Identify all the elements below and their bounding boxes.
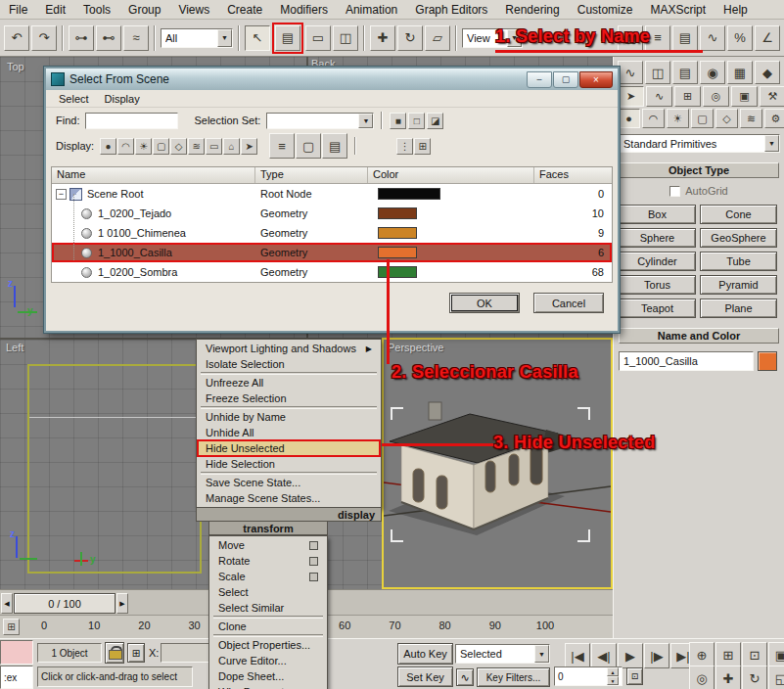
display-shapes-icon[interactable]: ◠ xyxy=(117,138,134,155)
maximize-viewport-icon[interactable]: ◱ xyxy=(768,666,784,689)
settings-box-icon[interactable] xyxy=(309,557,318,566)
menu-help[interactable]: Help xyxy=(715,3,757,17)
display-xrefs-icon[interactable]: ⌂ xyxy=(223,138,240,155)
space-warps-category-icon[interactable]: ≋ xyxy=(740,109,762,128)
autogrid-checkbox[interactable] xyxy=(669,186,680,197)
key-selection-dropdown[interactable]: Selected ▼ xyxy=(455,644,550,664)
object-name-input[interactable]: 1_1000_Casilla xyxy=(619,351,754,371)
go-to-start-icon[interactable]: |◀ xyxy=(565,643,590,668)
shapes-category-icon[interactable]: ◠ xyxy=(642,109,665,128)
modify-tab-icon[interactable]: ∿ xyxy=(646,86,672,107)
chevron-down-icon[interactable]: ▼ xyxy=(217,29,232,47)
percent-snap-icon[interactable]: % xyxy=(727,25,753,51)
show-hierarchy-icon[interactable]: ⊞ xyxy=(414,138,431,155)
table-row[interactable]: −Scene RootRoot Node0 xyxy=(52,184,612,204)
table-row[interactable]: 1_0200_TejadoGeometry10 xyxy=(52,204,612,223)
zoom-extents-icon[interactable]: ⊡ xyxy=(742,642,767,667)
dialog-menu-display[interactable]: Display xyxy=(97,93,148,105)
menu-graph-editors[interactable]: Graph Editors xyxy=(406,3,496,17)
select-invert-icon[interactable]: ◪ xyxy=(427,113,443,129)
time-slider-prev-icon[interactable]: ◀ xyxy=(1,593,13,614)
selection-filter-dropdown[interactable]: All ▼ xyxy=(161,28,233,48)
unlink-selection-icon[interactable]: ⊷ xyxy=(96,25,121,51)
zoom-all-icon[interactable]: ⊞ xyxy=(715,642,741,667)
field-of-view-icon[interactable]: ◎ xyxy=(689,666,715,689)
display-geometry-icon[interactable]: ● xyxy=(100,138,116,155)
select-by-name-icon[interactable]: ▤ xyxy=(275,25,300,51)
column-header-name[interactable]: Name xyxy=(52,167,255,183)
menu-views[interactable]: Views xyxy=(169,3,218,17)
menu-item-move[interactable]: Move xyxy=(210,537,326,553)
window-crossing-icon[interactable]: ◫ xyxy=(333,25,358,51)
select-and-move-icon[interactable]: ✚ xyxy=(370,25,395,51)
render-setup-icon[interactable]: ▦ xyxy=(727,61,753,84)
menu-item-rotate[interactable]: Rotate xyxy=(210,553,326,569)
menu-item-unfreeze-all[interactable]: Unfreeze All xyxy=(198,375,380,390)
layer-manager-icon[interactable]: ▤ xyxy=(672,61,698,84)
macro-recorder-field[interactable] xyxy=(0,640,33,665)
next-frame-icon[interactable]: |▶ xyxy=(644,643,669,668)
menu-create[interactable]: Create xyxy=(218,3,271,17)
maximize-icon[interactable]: ▢ xyxy=(553,71,578,88)
menu-item-viewport-lighting-and-shadows[interactable]: Viewport Lighting and Shadows▶ xyxy=(198,341,380,356)
menu-tools[interactable]: Tools xyxy=(74,3,119,17)
select-and-rotate-icon[interactable]: ↻ xyxy=(397,25,423,51)
arc-rotate-icon[interactable]: ↻ xyxy=(742,666,767,689)
menu-item-scale[interactable]: Scale xyxy=(210,569,326,584)
minimize-icon[interactable]: – xyxy=(527,71,552,88)
menu-item-freeze-selection[interactable]: Freeze Selection xyxy=(198,390,380,406)
display-tab-icon[interactable]: ▣ xyxy=(731,86,758,107)
menu-item-wire-parameters[interactable]: Wire Parameters... xyxy=(210,684,326,689)
time-configuration-icon[interactable]: ⊡ xyxy=(626,667,643,685)
close-icon[interactable]: × xyxy=(579,71,613,88)
maxscript-mini-listener[interactable]: :ex xyxy=(0,666,33,689)
menu-item-object-properties[interactable]: Object Properties... xyxy=(210,637,326,653)
menu-item-unhide-all[interactable]: Unhide All xyxy=(198,425,380,440)
object-type-torus-button[interactable]: Torus xyxy=(619,275,696,295)
cameras-category-icon[interactable]: ▢ xyxy=(691,109,714,128)
material-editor-icon[interactable]: ◉ xyxy=(700,61,725,84)
select-all-icon[interactable]: ■ xyxy=(390,113,406,129)
menu-item-select-similar[interactable]: Select Similar xyxy=(210,600,326,616)
geometry-category-icon[interactable]: ● xyxy=(618,109,640,128)
find-input[interactable] xyxy=(85,113,178,129)
menu-item-curve-editor[interactable]: Curve Editor... xyxy=(210,653,326,668)
menu-file[interactable]: File xyxy=(0,3,36,17)
menu-item-hide-unselected[interactable]: Hide Unselected xyxy=(198,440,380,456)
column-header-color[interactable]: Color xyxy=(368,167,534,183)
menu-modifiers[interactable]: Modifiers xyxy=(271,3,337,17)
settings-box-icon[interactable] xyxy=(309,573,318,581)
primitive-category-dropdown[interactable]: Standard Primitives ▼ xyxy=(619,134,780,153)
object-type-pyramid-button[interactable]: Pyramid xyxy=(700,275,777,295)
menu-group[interactable]: Group xyxy=(119,3,169,17)
bind-to-space-warp-icon[interactable]: ≈ xyxy=(123,25,149,51)
pan-icon[interactable]: ✚ xyxy=(715,666,741,689)
rectangular-selection-region-icon[interactable]: ▭ xyxy=(305,25,331,51)
object-type-cylinder-button[interactable]: Cylinder xyxy=(619,252,696,271)
display-space-warps-icon[interactable]: ≋ xyxy=(188,138,205,155)
menu-item-manage-scene-states[interactable]: Manage Scene States... xyxy=(198,490,380,506)
menu-customize[interactable]: Customize xyxy=(569,3,642,17)
display-helpers-icon[interactable]: ◇ xyxy=(170,138,187,155)
current-frame-field[interactable]: 0 ▲▼ xyxy=(554,666,623,686)
motion-tab-icon[interactable]: ◎ xyxy=(703,86,729,107)
curve-editor-icon[interactable]: ∿ xyxy=(700,25,725,51)
color-swatch[interactable] xyxy=(378,266,417,278)
set-key-button[interactable]: Set Key xyxy=(397,666,453,687)
column-header-type[interactable]: Type xyxy=(255,167,368,183)
select-and-scale-icon[interactable]: ▱ xyxy=(425,25,450,51)
menu-rendering[interactable]: Rendering xyxy=(496,3,568,17)
display-groups-icon[interactable]: ▭ xyxy=(206,138,222,155)
object-type-geosphere-button[interactable]: GeoSphere xyxy=(700,228,777,248)
house-wireframe[interactable] xyxy=(27,364,202,574)
cancel-button[interactable]: Cancel xyxy=(533,293,604,313)
table-row[interactable]: 1 0100_ChimeneaGeometry9 xyxy=(52,223,612,243)
color-swatch[interactable] xyxy=(378,188,440,200)
track-bar-toggle-icon[interactable]: ⊞ xyxy=(3,619,20,635)
object-type-cone-button[interactable]: Cone xyxy=(700,205,777,224)
menu-animation[interactable]: Animation xyxy=(337,3,406,17)
object-color-swatch[interactable] xyxy=(758,351,777,371)
table-row[interactable]: 1_1000_CasillaGeometry6 xyxy=(52,243,612,262)
menu-item-hide-selection[interactable]: Hide Selection xyxy=(198,456,380,472)
previous-frame-icon[interactable]: ◀| xyxy=(591,643,617,668)
